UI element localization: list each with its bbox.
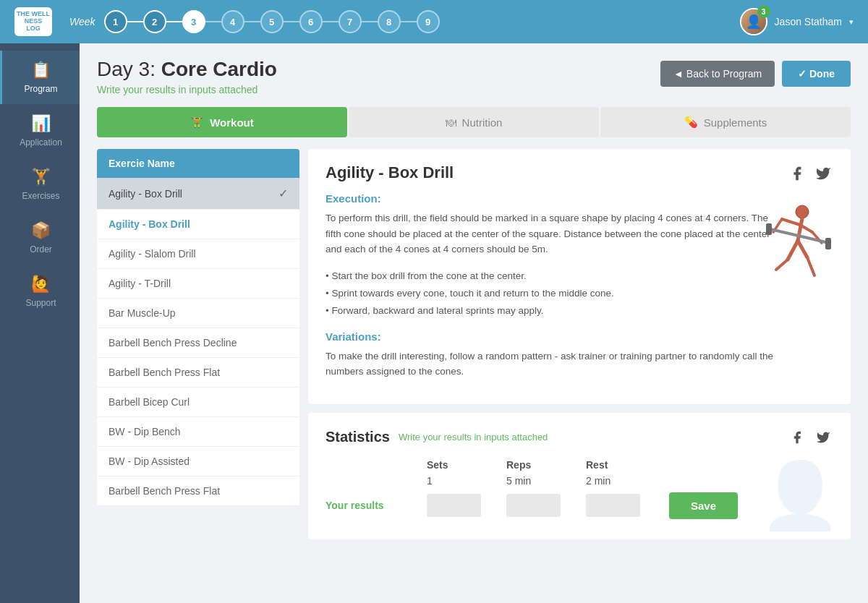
sidebar-label-support: Support <box>25 298 56 308</box>
week-step-7[interactable]: 7 <box>339 10 362 33</box>
exercise-item-name: Barbell Bench Press Flat <box>109 367 220 378</box>
back-to-program-button[interactable]: ◄ Back to Program <box>660 61 775 87</box>
svg-rect-12 <box>825 238 831 249</box>
week-step-4[interactable]: 4 <box>221 10 244 33</box>
svg-line-2 <box>782 219 800 225</box>
stats-facebook-icon[interactable] <box>787 427 807 448</box>
supplements-icon: 💊 <box>684 116 698 129</box>
order-icon: 📦 <box>31 221 51 240</box>
exercise-list-item[interactable]: Agility - T-Drill <box>97 269 299 299</box>
sidebar: 📋 Program 📊 Application 🏋 Exercises 📦 Or… <box>0 43 80 603</box>
exercise-item-name: BW - Dip Assisted <box>109 456 190 467</box>
support-icon: 🙋 <box>31 275 51 294</box>
main-layout: 📋 Program 📊 Application 🏋 Exercises 📦 Or… <box>0 43 868 603</box>
your-results-label: Your results <box>326 500 427 511</box>
content-area: Day 3: Core Cardio Write your results in… <box>80 43 868 603</box>
exercise-list-item[interactable]: Agility - Box Drill ✓ <box>97 178 299 210</box>
sidebar-item-application[interactable]: 📊 Application <box>0 104 80 158</box>
tab-nutrition[interactable]: 🍽 Nutrition <box>349 107 599 137</box>
stats-twitter-icon[interactable] <box>813 427 833 448</box>
notification-badge: 3 <box>757 5 770 18</box>
svg-line-7 <box>776 260 788 270</box>
day-title: Core Cardio <box>161 58 277 80</box>
results-sets-input[interactable] <box>427 494 481 517</box>
exercise-item-name: BW - Dip Bench <box>109 426 181 437</box>
exercise-layout: Exercie Name Agility - Box Drill ✓ Agili… <box>97 149 851 539</box>
logo: THE WELLNESSLOG <box>14 7 52 36</box>
tab-workout[interactable]: 🏋 Workout <box>97 107 347 137</box>
week-step-9[interactable]: 9 <box>417 10 440 33</box>
stats-sets-value: 1 <box>427 475 506 487</box>
statistics-card: Statistics Write your results in inputs … <box>308 413 851 539</box>
variations-heading: Variations: <box>326 330 833 343</box>
sidebar-label-application: Application <box>20 137 62 147</box>
tab-supplements-label: Supplements <box>704 116 767 129</box>
svg-line-6 <box>788 241 798 260</box>
week-step-6[interactable]: 6 <box>299 10 323 33</box>
results-rest-input[interactable] <box>586 494 640 517</box>
svg-rect-11 <box>766 223 772 235</box>
twitter-share-icon[interactable] <box>813 163 833 184</box>
nutrition-icon: 🍽 <box>446 116 456 129</box>
day-label: Day 3: <box>97 58 156 80</box>
done-button[interactable]: ✓ Done <box>782 61 851 87</box>
stats-reps-value: 5 min <box>506 475 586 487</box>
sidebar-item-support[interactable]: 🙋 Support <box>0 265 80 318</box>
exercise-item-name: Agility - T-Drill <box>109 278 171 289</box>
stats-social-icons <box>787 427 833 448</box>
user-chevron-icon[interactable]: ▾ <box>849 17 854 27</box>
statistics-header: Statistics Write your results in inputs … <box>326 427 833 448</box>
exercise-list-item[interactable]: Barbell Bench Press Flat <box>97 358 299 388</box>
stats-rest-value: 2 min <box>586 475 665 487</box>
week-step-2[interactable]: 2 <box>143 10 166 33</box>
exercise-item-name: Agility - Box Drill <box>109 218 190 230</box>
exercise-list-item[interactable]: Barbell Bench Press Decline <box>97 328 299 358</box>
exercise-list-item[interactable]: Agility - Box Drill <box>97 210 299 239</box>
save-button[interactable]: Save <box>669 492 738 519</box>
tab-workout-label: Workout <box>210 116 254 129</box>
page-subtitle: Write your results in inputs attached <box>97 84 277 95</box>
week-step-8[interactable]: 8 <box>378 10 401 33</box>
bullet-2: • Sprint towards every cone, touch it an… <box>326 285 774 302</box>
page-title: Day 3: Core Cardio <box>97 58 277 81</box>
exercise-list-item[interactable]: BW - Dip Assisted <box>97 447 299 476</box>
header-actions: ◄ Back to Program ✓ Done <box>660 61 851 87</box>
week-step-5[interactable]: 5 <box>260 10 284 33</box>
col-sets: Sets <box>427 459 506 471</box>
exercise-list-item[interactable]: BW - Dip Bench <box>97 417 299 447</box>
facebook-share-icon[interactable] <box>787 163 807 184</box>
stats-data-row: 1 5 min 2 min <box>326 475 833 487</box>
application-icon: 📊 <box>31 114 51 133</box>
variations-text: To make the drill interesting, follow a … <box>326 348 774 380</box>
user-name: Jason Statham <box>775 16 842 27</box>
tab-supplements[interactable]: 💊 Supplements <box>600 107 851 137</box>
exercise-list-item[interactable]: Agility - Slalom Drill <box>97 239 299 269</box>
statistics-title: Statistics <box>326 429 390 445</box>
exercise-list-item[interactable]: Barbell Bench Press Flat <box>97 476 299 506</box>
right-panel: Agility - Box Drill Execution: To perfor… <box>308 149 851 539</box>
exercise-illustration <box>757 207 836 279</box>
sidebar-item-program[interactable]: 📋 Program <box>0 51 80 104</box>
stats-background-icon: 👤 <box>764 460 836 532</box>
exercise-item-name: Barbell Bench Press Flat <box>109 485 220 497</box>
week-step-3[interactable]: 3 <box>182 10 205 33</box>
statistics-subtitle: Write your results in inputs attached <box>399 432 548 442</box>
col-rest: Rest <box>586 459 665 471</box>
user-avatar-wrapper: 👤 3 <box>740 8 767 35</box>
col-reps: Reps <box>506 459 586 471</box>
exercise-list-item[interactable]: Bar Muscle-Up <box>97 299 299 328</box>
logo-text: THE WELLNESSLOG <box>17 11 50 33</box>
exercise-list-item[interactable]: Barbell Bicep Curl <box>97 388 299 417</box>
exercise-item-name: Barbell Bench Press Decline <box>109 337 237 348</box>
sidebar-item-order[interactable]: 📦 Order <box>0 211 80 265</box>
user-area[interactable]: 👤 3 Jason Statham ▾ <box>740 8 854 35</box>
page-header: Day 3: Core Cardio Write your results in… <box>97 58 851 95</box>
week-step-1[interactable]: 1 <box>104 10 127 33</box>
bullet-points: • Start the box drill from the cone at t… <box>326 268 774 320</box>
svg-line-8 <box>798 241 807 257</box>
week-label: Week <box>69 16 95 27</box>
sidebar-label-order: Order <box>30 244 52 255</box>
results-reps-input[interactable] <box>506 494 561 517</box>
sidebar-item-exercises[interactable]: 🏋 Exercises <box>0 158 80 211</box>
checkmark-icon: ✓ <box>278 187 288 200</box>
